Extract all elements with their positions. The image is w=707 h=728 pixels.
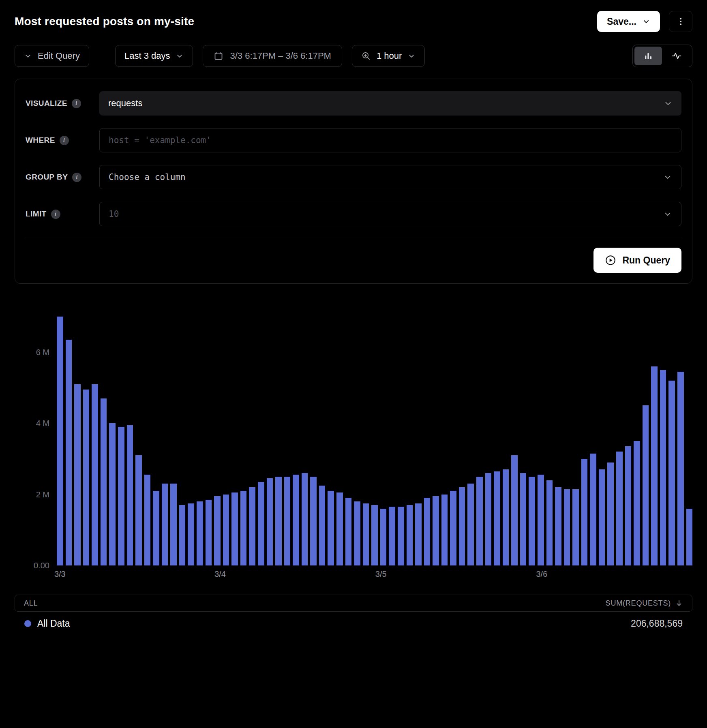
chart-bar[interactable] <box>144 475 151 565</box>
chart-bar[interactable] <box>214 496 221 565</box>
chart-bar[interactable] <box>223 495 229 565</box>
chart-bar[interactable] <box>634 441 640 565</box>
chart-bar[interactable] <box>354 501 360 565</box>
legend-row[interactable]: All Data 206,688,569 <box>15 612 692 629</box>
chart-bar[interactable] <box>284 477 291 565</box>
chart-bar[interactable] <box>240 491 247 565</box>
chart-bar[interactable] <box>415 503 422 565</box>
chart-bar[interactable] <box>660 370 666 565</box>
chart-bar[interactable] <box>572 489 579 565</box>
chart-bar[interactable] <box>555 487 561 565</box>
chart-bar[interactable] <box>625 446 632 565</box>
interval-dropdown[interactable]: 1 hour <box>352 45 425 67</box>
where-input[interactable] <box>109 128 672 152</box>
chart-bar[interactable] <box>135 455 142 565</box>
save-button[interactable]: Save... <box>597 11 660 32</box>
chart-bar[interactable] <box>564 489 570 565</box>
chart-bar[interactable] <box>249 487 255 565</box>
chart-bar[interactable] <box>616 452 623 565</box>
bar-chart-icon <box>643 51 653 61</box>
edit-query-button[interactable]: Edit Query <box>15 45 89 67</box>
chart-bar[interactable] <box>310 477 317 565</box>
chart-bar[interactable] <box>231 492 238 565</box>
chart-bar[interactable] <box>581 459 588 565</box>
chart-bar[interactable] <box>441 495 448 565</box>
chart-bar[interactable] <box>607 462 614 565</box>
chart-bar[interactable] <box>529 477 535 565</box>
chart-bar[interactable] <box>459 487 465 565</box>
chart-bar[interactable] <box>651 366 658 565</box>
chart-bar[interactable] <box>546 480 553 565</box>
chart-bar[interactable] <box>118 427 124 565</box>
chart-bar[interactable] <box>109 423 116 565</box>
chart-plot-area[interactable] <box>57 306 692 565</box>
play-circle-icon <box>605 255 616 266</box>
chart-bar[interactable] <box>336 492 343 565</box>
date-range-picker[interactable]: 3/3 6:17PM – 3/6 6:17PM <box>203 45 342 67</box>
bar-chart-toggle-button[interactable] <box>634 47 662 65</box>
chart-bar[interactable] <box>293 475 299 565</box>
info-icon[interactable]: i <box>72 99 81 108</box>
chart-bar[interactable] <box>503 469 509 565</box>
chart-bar[interactable] <box>197 501 203 565</box>
chart-bar[interactable] <box>83 390 90 565</box>
chart-bar[interactable] <box>206 500 212 565</box>
chart-bar[interactable] <box>485 473 492 565</box>
chart-bar[interactable] <box>127 425 133 565</box>
chart-bar[interactable] <box>450 491 456 565</box>
chart-bar[interactable] <box>686 509 693 565</box>
limit-select[interactable] <box>99 202 681 226</box>
chart-bar[interactable] <box>398 507 404 565</box>
chart-bar[interactable] <box>424 498 431 565</box>
overflow-menu-button[interactable] <box>669 11 692 32</box>
summary-sort-control[interactable]: SUM(REQUESTS) <box>606 599 683 608</box>
chart-bar[interactable] <box>153 491 159 565</box>
chart-bar[interactable] <box>363 503 369 565</box>
chevron-down-icon <box>24 52 32 60</box>
chart-bar[interactable] <box>328 491 334 565</box>
chart-bar[interactable] <box>511 455 518 565</box>
chart-bar[interactable] <box>407 505 413 565</box>
chart-bar[interactable] <box>188 503 194 565</box>
run-query-button[interactable]: Run Query <box>593 248 681 273</box>
chart-bar[interactable] <box>599 469 605 565</box>
chart-bar[interactable] <box>319 486 326 565</box>
chart-bar[interactable] <box>380 509 387 565</box>
visualize-select[interactable]: requests <box>99 91 681 116</box>
group-by-row: GROUP BY i Choose a column <box>26 165 681 189</box>
line-chart-toggle-button[interactable] <box>663 47 690 65</box>
limit-input[interactable] <box>109 202 663 226</box>
info-icon[interactable]: i <box>51 210 60 219</box>
info-icon[interactable]: i <box>72 173 81 182</box>
summary-table-header: ALL SUM(REQUESTS) <box>15 595 692 612</box>
group-by-select[interactable]: Choose a column <box>99 165 681 189</box>
chart-bar[interactable] <box>101 398 107 565</box>
chart-bar[interactable] <box>74 384 81 565</box>
chart-bar[interactable] <box>433 496 439 565</box>
chart-bar[interactable] <box>590 454 596 565</box>
chart-bar[interactable] <box>162 484 168 565</box>
chart-bar[interactable] <box>92 384 98 565</box>
chart-bar[interactable] <box>302 473 308 565</box>
chart-bar[interactable] <box>258 482 264 565</box>
chart-bar[interactable] <box>668 381 675 565</box>
chart-bar[interactable] <box>267 478 273 565</box>
chart-bar[interactable] <box>371 505 378 565</box>
chart-bar[interactable] <box>345 498 352 565</box>
chart-bar[interactable] <box>66 340 72 565</box>
chart-bar[interactable] <box>275 477 282 565</box>
chart-bar[interactable] <box>389 507 395 565</box>
info-icon[interactable]: i <box>60 136 69 145</box>
chart-bar[interactable] <box>494 471 500 565</box>
chart-bar[interactable] <box>179 505 186 565</box>
chart-bar[interactable] <box>538 475 544 565</box>
where-field <box>99 128 681 152</box>
chart-bar[interactable] <box>643 405 649 565</box>
chart-bar[interactable] <box>467 484 474 565</box>
chart-bar[interactable] <box>520 473 527 565</box>
chart-bar[interactable] <box>476 477 483 565</box>
time-range-dropdown[interactable]: Last 3 days <box>115 45 193 67</box>
chart-bar[interactable] <box>677 372 684 565</box>
chart-bar[interactable] <box>57 317 63 565</box>
chart-bar[interactable] <box>170 484 177 565</box>
